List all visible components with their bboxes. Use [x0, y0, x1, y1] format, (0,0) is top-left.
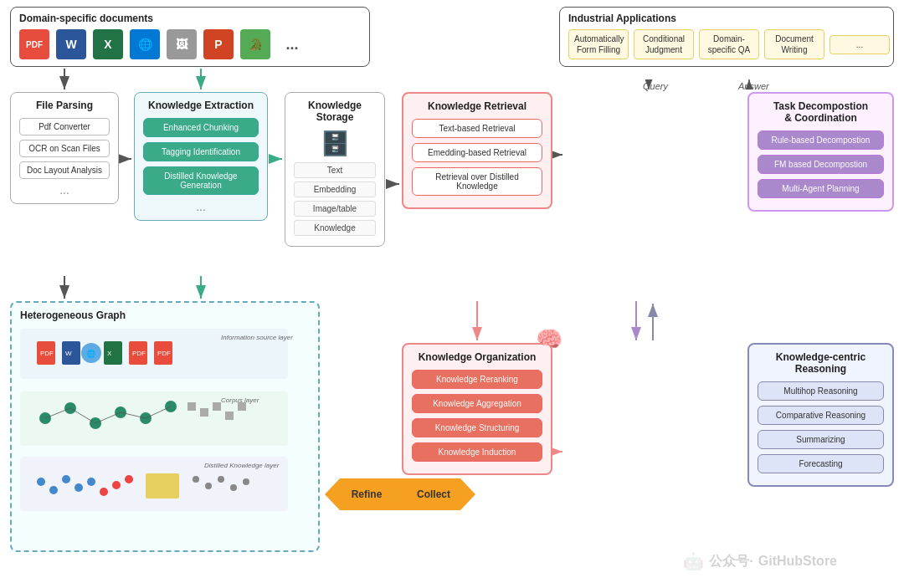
- knowledge-retrieval-title: Knowledge Retrieval: [412, 100, 542, 112]
- knowledge-induction-item: Knowledge Induction: [412, 442, 542, 462]
- summarizing-item: Summarizing: [758, 430, 884, 449]
- svg-point-53: [37, 478, 45, 486]
- svg-point-60: [125, 475, 133, 483]
- watermark: 🤖 公众号· GitHubStore: [683, 551, 837, 571]
- svg-text:🌐: 🌐: [86, 349, 96, 359]
- svg-text:Information source layer: Information source layer: [221, 334, 293, 341]
- wm-robot-icon: 🤖: [683, 551, 704, 571]
- knowledge-org-title: Knowledge Organization: [412, 351, 542, 363]
- app-conditional: ConditionalJudgment: [634, 29, 694, 59]
- knowledge-aggregation-item: Knowledge Aggregation: [412, 394, 542, 413]
- distilled-retrieval-item: Retrieval over Distilled Knowledge: [412, 167, 542, 196]
- answer-label: Answer: [738, 81, 755, 91]
- query-label: Query: [643, 81, 668, 91]
- ppt-icon: P: [203, 29, 234, 59]
- pdf-converter-item: Pdf Converter: [19, 118, 110, 135]
- rule-based-item: Rule-based Decompostion: [758, 130, 884, 150]
- svg-point-64: [218, 476, 224, 483]
- app-domain-qa: Domain-specific QA: [699, 29, 759, 59]
- app-doc-writing: DocumentWriting: [764, 29, 824, 59]
- kc-reasoning-title: Knowledge-centricReasoning: [758, 351, 884, 375]
- knowledge-org-section: Knowledge Organization Knowledge Reranki…: [402, 343, 552, 475]
- excel-icon: X: [93, 29, 123, 59]
- svg-point-56: [74, 483, 83, 492]
- embedding-retrieval-item: Emedding-based Retrieval: [412, 143, 542, 162]
- knowledge-storage-title: Knowledge Storage: [294, 100, 376, 123]
- doc-layout-item: Doc Layout Analysis: [19, 161, 110, 179]
- db-icon: 🐊: [240, 29, 270, 59]
- svg-text:PDF: PDF: [132, 350, 146, 357]
- more-icon: ...: [277, 29, 307, 59]
- knowledge-storage-section: Knowledge Storage 🗄️ Text Embedding Imag…: [285, 92, 385, 247]
- svg-rect-43: [213, 402, 221, 411]
- storage-text: Text: [294, 162, 376, 178]
- multihop-item: Multihop Reasoning: [758, 381, 884, 401]
- file-parsing-title: File Parsing: [19, 100, 110, 111]
- knowledge-extraction-title: Knowledge Extraction: [143, 100, 259, 111]
- image-icon: 🖼: [167, 29, 197, 59]
- svg-point-55: [62, 475, 70, 483]
- storage-embedding: Embedding: [294, 182, 376, 197]
- ocr-scan-item: OCR on Scan Files: [19, 140, 110, 157]
- web-icon: 🌐: [130, 29, 160, 59]
- wm-text: 公众号·: [709, 553, 752, 570]
- tagging-id-item: Tagging Identification: [143, 142, 259, 161]
- storage-image: Image/table: [294, 201, 376, 217]
- svg-point-65: [230, 484, 237, 491]
- kc-reasoning-section: Knowledge-centricReasoning Multihop Reas…: [747, 343, 894, 487]
- distilled-kg-item: Distilled Knowledge Generation: [143, 166, 259, 195]
- svg-point-66: [243, 478, 249, 485]
- svg-point-59: [112, 481, 121, 489]
- task-decomposition-section: Task Decompostion& Coordination Rule-bas…: [747, 92, 894, 212]
- task-decomp-title: Task Decompostion& Coordination: [758, 100, 884, 124]
- knowledge-structuring-item: Knowledge Structuring: [412, 418, 542, 437]
- brain-icon: 🧠: [536, 326, 562, 352]
- svg-rect-41: [187, 402, 196, 411]
- knowledge-extraction-section: Knowledge Extraction Enhanced Chunking T…: [134, 92, 268, 221]
- hetero-graph-section: Heterogeneous Graph Information source l…: [10, 301, 320, 552]
- app-boxes-row: AutomaticallyForm Filling ConditionalJud…: [568, 29, 885, 59]
- file-parsing-section: File Parsing Pdf Converter OCR on Scan F…: [10, 92, 119, 204]
- app-form-filling: AutomaticallyForm Filling: [568, 29, 629, 59]
- diagram: Domain-specific documents PDF W X 🌐 🖼 P …: [0, 0, 904, 588]
- enhanced-chunking-item: Enhanced Chunking: [143, 118, 259, 137]
- svg-point-57: [87, 478, 95, 486]
- knowledge-retrieval-section: Knowledge Retrieval Text-based Retrieval…: [402, 92, 552, 209]
- fm-based-item: FM based Decompostion: [758, 155, 884, 174]
- multi-agent-item: Multi-Agent Planning: [758, 179, 884, 198]
- svg-point-54: [49, 486, 58, 494]
- ke-ellipsis: ...: [143, 200, 259, 213]
- refine-arrow: Refine: [325, 478, 400, 510]
- wm-githubstore: GitHubStore: [758, 554, 837, 569]
- storage-knowledge: Knowledge: [294, 220, 376, 236]
- svg-text:W: W: [65, 350, 72, 357]
- svg-text:X: X: [107, 350, 112, 357]
- svg-text:PDF: PDF: [157, 350, 171, 357]
- svg-text:PDF: PDF: [40, 350, 54, 357]
- svg-point-58: [100, 488, 108, 496]
- svg-point-62: [193, 476, 199, 483]
- comparative-item: Comparative Reasoning: [758, 406, 884, 425]
- forecasting-item: Forecasting: [758, 454, 884, 473]
- hetero-graph-svg: Information source layer PDF W 🌐 X PDF P…: [20, 325, 305, 517]
- svg-rect-44: [225, 412, 234, 420]
- svg-text:Distilled Knowledge layer: Distilled Knowledge layer: [204, 462, 280, 469]
- domain-docs-section: Domain-specific documents PDF W X 🌐 🖼 P …: [10, 7, 370, 67]
- industrial-apps-title: Industrial Applications: [568, 13, 885, 24]
- doc-icons-row: PDF W X 🌐 🖼 P 🐊 ...: [19, 29, 361, 59]
- svg-point-63: [205, 483, 212, 489]
- word-icon: W: [56, 29, 86, 59]
- pdf-icon: PDF: [19, 29, 49, 59]
- hetero-graph-title: Heterogeneous Graph: [20, 309, 310, 321]
- domain-docs-title: Domain-specific documents: [19, 13, 361, 24]
- svg-rect-42: [200, 408, 208, 417]
- svg-rect-45: [238, 402, 246, 411]
- knowledge-reranking-item: Knowledge Reranking: [412, 370, 542, 389]
- storage-db-icon: 🗄️: [294, 130, 376, 157]
- file-parsing-ellipsis: ...: [19, 183, 110, 197]
- refine-collect-arrows: Refine Collect: [325, 478, 475, 510]
- app-more: ...: [830, 35, 890, 54]
- industrial-apps-section: Industrial Applications AutomaticallyFor…: [559, 7, 894, 67]
- svg-rect-61: [146, 473, 179, 499]
- collect-arrow: Collect: [400, 478, 475, 510]
